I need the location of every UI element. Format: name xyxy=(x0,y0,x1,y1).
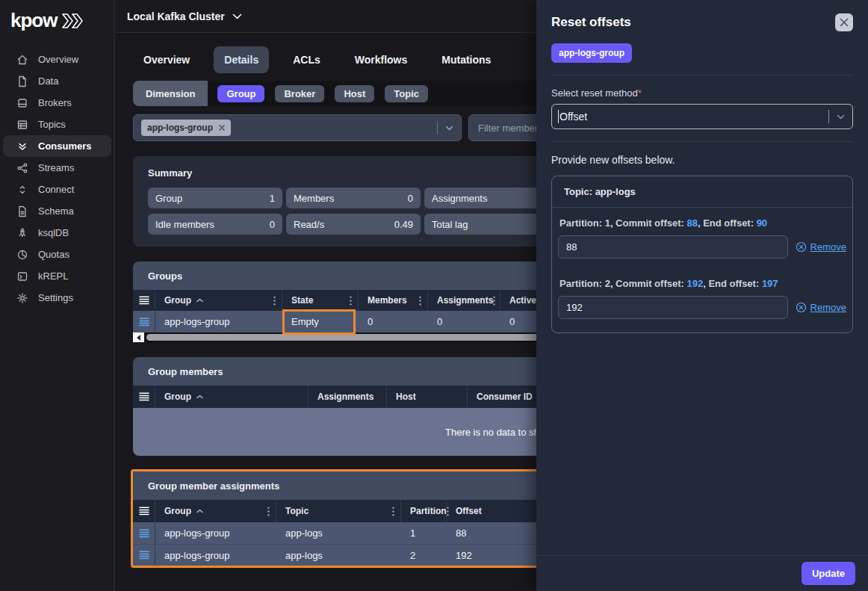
stat-label: Group xyxy=(155,193,182,204)
tab-details[interactable]: Details xyxy=(214,46,269,73)
column-header-assignments[interactable]: Assignments xyxy=(309,386,387,408)
dimension-group-button[interactable]: Group xyxy=(217,85,264,102)
tag-remove-icon[interactable] xyxy=(219,125,225,131)
sidebar-item-krepl[interactable]: kREPL xyxy=(3,265,111,287)
tag-label: app-logs-group xyxy=(147,123,213,133)
tab-mutations[interactable]: Mutations xyxy=(431,46,501,73)
chevron-down-icon[interactable] xyxy=(837,114,845,120)
broker-icon xyxy=(16,97,28,109)
column-header-members[interactable]: Members xyxy=(359,290,428,311)
sidebar-item-quotas[interactable]: Quotas xyxy=(3,244,111,265)
select-adornments xyxy=(828,110,845,123)
sidebar-item-connect[interactable]: Connect xyxy=(3,179,111,200)
column-menu-icon[interactable] xyxy=(273,296,276,306)
group-filter-select[interactable]: app-logs-group xyxy=(133,114,462,141)
sidebar-item-consumers[interactable]: Consumers xyxy=(3,135,111,157)
cluster-selector-label[interactable]: Local Kafka Cluster xyxy=(127,10,225,22)
schema-file-icon xyxy=(16,205,28,217)
commit-offset-value: 192 xyxy=(686,278,703,289)
remove-partition-link[interactable]: Remove xyxy=(796,241,846,253)
select-divider xyxy=(828,110,829,123)
offset-input[interactable] xyxy=(558,235,788,259)
remove-partition-link[interactable]: Remove xyxy=(796,302,846,313)
reset-method-select[interactable]: Offset xyxy=(551,104,853,129)
offset-input[interactable] xyxy=(558,296,788,319)
dimension-topic-button[interactable]: Topic xyxy=(385,85,428,102)
column-header-group[interactable]: Group xyxy=(155,290,282,311)
column-header-assignments[interactable]: Assignments xyxy=(428,290,500,311)
selected-group-tag: app-logs-group xyxy=(141,120,231,136)
scroll-left-arrow-icon[interactable] xyxy=(133,332,144,342)
stat-members: Members 0 xyxy=(286,188,421,208)
remove-label: Remove xyxy=(810,302,846,313)
cell-group: app-logs-group xyxy=(155,311,282,332)
sidebar-item-overview[interactable]: Overview xyxy=(3,49,111,70)
sidebar-item-schema[interactable]: Schema xyxy=(3,200,111,222)
column-header-host[interactable]: Host xyxy=(387,386,468,408)
menu-icon[interactable] xyxy=(133,500,155,522)
column-header-group[interactable]: Group xyxy=(155,500,276,522)
column-menu-icon[interactable] xyxy=(267,507,270,516)
column-menu-icon[interactable] xyxy=(493,296,495,306)
menu-icon[interactable] xyxy=(133,290,155,311)
chevron-down-icon[interactable] xyxy=(445,126,453,131)
sidebar-item-streams[interactable]: Streams xyxy=(3,157,111,179)
column-menu-icon[interactable] xyxy=(392,507,394,516)
partition-input-row: Remove xyxy=(558,296,846,319)
reset-offsets-panel: Reset offsets app-logs-group Select rese… xyxy=(536,0,868,591)
text-cursor xyxy=(558,110,559,123)
sidebar-item-label: Topics xyxy=(38,119,66,130)
partition-info-label: Partition: 2, Commit offset: 192, End of… xyxy=(559,278,846,289)
column-label: Host xyxy=(396,392,416,402)
column-label: Consumer ID xyxy=(477,392,533,402)
divider xyxy=(551,141,853,142)
sidebar-item-ksqldb[interactable]: ksqlDB xyxy=(3,222,111,244)
menu-icon[interactable] xyxy=(133,386,155,408)
column-menu-icon[interactable] xyxy=(419,296,421,306)
label-text: , End offset: xyxy=(698,217,757,229)
stat-reads: Read/s 0.49 xyxy=(286,214,421,235)
column-label: Topic xyxy=(285,506,309,516)
stat-group: Group 1 xyxy=(148,188,282,208)
tab-workflows[interactable]: Workflows xyxy=(344,46,418,73)
stat-value: 0 xyxy=(408,193,413,204)
tab-acls[interactable]: ACLs xyxy=(282,46,331,73)
share-icon xyxy=(16,162,28,174)
panel-title: Reset offsets xyxy=(551,15,631,30)
row-menu-icon[interactable] xyxy=(133,311,155,332)
sidebar-item-label: Brokers xyxy=(38,97,72,108)
sidebar-item-label: Streams xyxy=(38,162,74,173)
sidebar-item-label: Schema xyxy=(38,205,74,217)
partition-section: Partition: 1, Commit offset: 88, End off… xyxy=(558,217,846,259)
home-icon xyxy=(16,54,28,66)
sidebar-item-brokers[interactable]: Brokers xyxy=(3,92,111,114)
sort-asc-icon xyxy=(196,509,203,513)
divider xyxy=(551,75,853,75)
update-button[interactable]: Update xyxy=(802,562,855,585)
dimension-host-button[interactable]: Host xyxy=(335,85,374,102)
chevron-down-icon[interactable] xyxy=(232,13,242,19)
dimension-broker-button[interactable]: Broker xyxy=(275,85,324,102)
label-text: Select reset method xyxy=(551,87,638,99)
reset-method-label: Select reset method* xyxy=(551,87,853,99)
sort-arrows-icon xyxy=(16,184,28,196)
column-header-topic[interactable]: Topic xyxy=(276,500,401,522)
column-label: Assignments xyxy=(437,295,493,306)
column-header-partition[interactable]: Partition xyxy=(401,500,447,522)
sidebar-item-settings[interactable]: Settings xyxy=(3,287,111,309)
commit-offset-value: 88 xyxy=(686,217,697,229)
column-label: Assignments xyxy=(317,392,373,402)
cell-partition: 1 xyxy=(401,522,447,544)
sidebar-item-topics[interactable]: Topics xyxy=(3,114,111,135)
stat-value: 0.49 xyxy=(394,219,413,230)
cell-assignments: 0 xyxy=(428,311,500,332)
column-header-state[interactable]: State xyxy=(282,290,359,311)
row-menu-icon[interactable] xyxy=(133,522,155,544)
row-menu-icon[interactable] xyxy=(133,545,155,566)
column-header-group[interactable]: Group xyxy=(155,386,309,408)
close-button[interactable] xyxy=(835,13,853,31)
topic-card-body: Partition: 1, Commit offset: 88, End off… xyxy=(552,208,852,332)
column-menu-icon[interactable] xyxy=(350,296,352,306)
sidebar-item-data[interactable]: Data xyxy=(3,70,111,92)
tab-overview[interactable]: Overview xyxy=(133,46,200,73)
